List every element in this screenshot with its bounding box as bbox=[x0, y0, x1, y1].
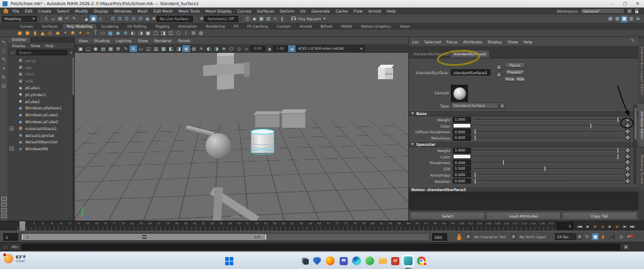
new-scene-icon[interactable]: ▯ bbox=[43, 15, 50, 22]
type-dropdown[interactable]: Standard Surface bbox=[451, 102, 499, 109]
shelf-tab[interactable]: UV Editing bbox=[123, 24, 150, 29]
redo-icon[interactable]: ↷ bbox=[70, 15, 77, 22]
tab-channel-box[interactable]: Channel Box / Layer Editor bbox=[638, 38, 644, 102]
light-editor-icon[interactable]: ☼ bbox=[272, 15, 279, 22]
ambient-occlusion-icon[interactable]: ◑ bbox=[213, 45, 220, 52]
menu-item[interactable]: Mesh Display bbox=[206, 9, 232, 13]
image-plane-icon[interactable]: ▦ bbox=[107, 45, 114, 52]
range-slider-track[interactable]: 1 120 bbox=[21, 233, 430, 241]
search-options-caret-icon[interactable]: ▼ bbox=[69, 49, 74, 56]
command-line-grip[interactable] bbox=[3, 244, 9, 250]
outliner-item[interactable]: ◆ pCylinder1 bbox=[8, 91, 72, 98]
lock-camera-icon[interactable]: ▢ bbox=[84, 45, 92, 52]
select-tool-icon[interactable]: ↖ bbox=[1, 39, 7, 45]
lasso-tool-icon[interactable]: ◌ bbox=[1, 48, 7, 54]
snap-grid-icon[interactable]: Ω bbox=[109, 15, 116, 22]
create-polygon-tool-icon[interactable]: ✦ bbox=[77, 30, 84, 36]
raise-panels-icon[interactable]: ▤ bbox=[607, 16, 614, 23]
textured-mode-icon[interactable]: ◍ bbox=[190, 45, 197, 52]
colorspace-dropdown[interactable]: ACES 1.0 SDR-video (sRGB)▼ bbox=[296, 45, 365, 52]
outliner-search-input[interactable] bbox=[16, 50, 67, 55]
graph-editor-icon[interactable]: ▮ bbox=[599, 233, 606, 240]
node-tab[interactable]: standardSurface2 bbox=[450, 50, 489, 58]
shaded-mode-icon[interactable]: ◉ bbox=[182, 45, 190, 52]
firefox-icon[interactable] bbox=[325, 256, 335, 266]
ae-menu-show[interactable]: Show bbox=[508, 40, 518, 44]
layout-single-button[interactable] bbox=[1, 197, 7, 201]
sweep-mesh-icon[interactable]: ◉ bbox=[114, 30, 121, 36]
hide-button[interactable]: Hide bbox=[516, 76, 525, 82]
outliner-item[interactable]: ▣ top bbox=[8, 64, 72, 71]
safe-title-icon[interactable]: ◨ bbox=[175, 45, 182, 52]
viewport-menu-shading[interactable]: Shading bbox=[94, 38, 109, 43]
maximize-button[interactable]: ▢ bbox=[619, 1, 631, 6]
symmetry-caret-icon[interactable]: ▼ bbox=[199, 16, 204, 21]
move-tool-icon[interactable]: + bbox=[1, 65, 7, 72]
specular-section-header[interactable]: ▼Specular bbox=[409, 141, 638, 147]
gate-mask-icon[interactable]: ▥ bbox=[152, 45, 160, 52]
mute-audio-icon[interactable] bbox=[611, 234, 616, 239]
attribute-slider[interactable] bbox=[474, 168, 623, 170]
section-resize-grip[interactable]: ........................................… bbox=[484, 182, 564, 185]
character-set-dropdown[interactable]: No Character Set bbox=[474, 235, 506, 239]
maya-taskbar-icon[interactable] bbox=[402, 255, 414, 267]
shelf-tab[interactable]: Arnold bbox=[296, 24, 316, 29]
menu-item[interactable]: Arnold bbox=[368, 9, 380, 13]
step-back-key-button[interactable]: |◀ bbox=[584, 222, 591, 230]
go-to-end-button[interactable]: ▶▶| bbox=[629, 222, 636, 230]
combine-icon[interactable]: ▣ bbox=[145, 30, 152, 36]
texture-map-button[interactable] bbox=[625, 160, 630, 165]
viewport-canvas[interactable]: BACK side bbox=[75, 53, 408, 221]
boolean-union-icon[interactable]: ◐ bbox=[130, 30, 136, 36]
step-forward-frame-button[interactable]: ▶| bbox=[614, 222, 621, 230]
workspace-lock-icon[interactable] bbox=[635, 8, 639, 14]
svg-tool-icon[interactable]: ▭ bbox=[99, 30, 106, 36]
filter-icon[interactable]: ⊡ bbox=[10, 49, 15, 56]
workspace-caret-icon[interactable]: ▼ bbox=[626, 8, 633, 14]
shadows-toggle-icon[interactable]: ◐ bbox=[205, 45, 213, 52]
display-layer-icon[interactable]: ▥ bbox=[265, 15, 272, 22]
select-component-icon[interactable]: ◇ bbox=[97, 15, 104, 22]
poly-sphere-icon[interactable]: ● bbox=[16, 30, 23, 36]
poly-torus-icon[interactable]: ◎ bbox=[47, 30, 53, 36]
bookmarks-icon[interactable]: ▤ bbox=[99, 45, 107, 52]
teams-icon[interactable] bbox=[338, 256, 348, 266]
command-language-label[interactable]: MEL bbox=[11, 245, 19, 249]
scene-cross-arm[interactable] bbox=[203, 63, 248, 76]
outliner-item[interactable]: ▣ side bbox=[8, 77, 72, 84]
scene-back-cube[interactable]: BACK bbox=[378, 65, 394, 80]
undo-icon[interactable]: ↶ bbox=[64, 15, 70, 22]
menu-item[interactable]: Generate bbox=[311, 9, 330, 13]
layout-split-button[interactable] bbox=[1, 208, 7, 212]
texture-map-button[interactable] bbox=[625, 148, 630, 153]
shelf-tab[interactable]: Surfaces bbox=[38, 24, 62, 29]
select-camera-icon[interactable]: ▣ bbox=[77, 45, 84, 52]
w-app-icon[interactable]: W bbox=[390, 256, 400, 266]
viewport-menu-show[interactable]: Show bbox=[138, 38, 148, 43]
snap-center-icon[interactable]: Ω bbox=[130, 15, 137, 22]
snap-curve-icon[interactable]: Ω bbox=[116, 15, 123, 22]
outliner-item[interactable]: + ▦ materialXStack1 bbox=[8, 125, 72, 132]
current-frame-field[interactable]: 1 bbox=[557, 222, 574, 229]
character-set-icon[interactable] bbox=[457, 234, 461, 241]
menu-item[interactable]: Display bbox=[94, 9, 108, 13]
green-app-icon[interactable] bbox=[365, 256, 375, 266]
workspace-dropdown[interactable]: General* bbox=[580, 8, 625, 14]
viewport-menu-view[interactable]: View bbox=[79, 38, 87, 43]
shelf-tab[interactable]: Bifrost bbox=[317, 24, 336, 29]
attribute-slider[interactable] bbox=[474, 138, 623, 139]
tab-attribute-editor[interactable]: Attribute Editor bbox=[638, 104, 644, 146]
windows-security-icon[interactable] bbox=[312, 256, 322, 266]
play-forwards-button[interactable]: ▶ bbox=[606, 222, 613, 230]
shelf-tab[interactable]: FX Caching bbox=[243, 24, 272, 29]
tab-modeling-toolkit[interactable]: Modeling Toolkit bbox=[638, 148, 644, 190]
mash-network-icon[interactable]: ▦ bbox=[107, 30, 114, 36]
anim-layer-caret-icon[interactable]: ▼ bbox=[511, 234, 516, 239]
quad-draw-icon[interactable]: ◍ bbox=[197, 30, 204, 36]
outliner-menu-help[interactable]: Help bbox=[45, 44, 53, 48]
menu-item[interactable]: Help bbox=[387, 9, 396, 13]
menu-set-dropdown[interactable]: Modeling▼ bbox=[2, 16, 37, 22]
outliner-item[interactable]: ◉ defaultLightSet bbox=[8, 132, 72, 139]
outliner-item[interactable]: ◆ pCube2 bbox=[8, 98, 72, 105]
mirror-icon[interactable]: ◫ bbox=[167, 30, 174, 36]
